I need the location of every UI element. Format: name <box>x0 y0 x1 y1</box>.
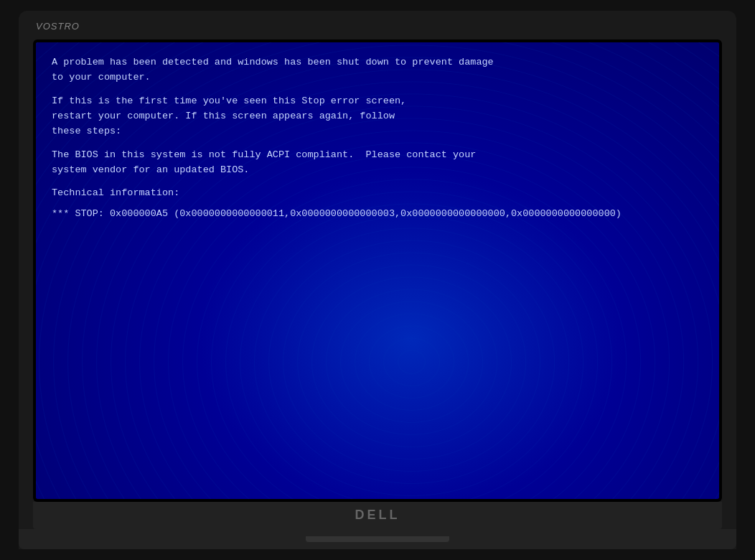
screen-bezel: A problem has been detected and windows … <box>33 39 722 502</box>
bsod-line3: The BIOS in this system is not fully ACP… <box>52 148 703 178</box>
bsod-line1: A problem has been detected and windows … <box>52 55 703 85</box>
laptop-base <box>19 529 736 549</box>
bsod-line5: *** STOP: 0x000000A5 (0x0000000000000011… <box>52 207 703 222</box>
bsod-screen: A problem has been detected and windows … <box>36 42 719 499</box>
laptop-brand-label: VOSTRO <box>36 21 80 32</box>
bsod-line4: Technical information: <box>52 186 703 201</box>
laptop-hinge <box>306 536 449 542</box>
dell-logo: DELL <box>355 508 400 523</box>
bsod-content: A problem has been detected and windows … <box>36 42 719 243</box>
screen-bottom-bar: DELL <box>33 502 722 529</box>
bsod-line2: If this is the first time you've seen th… <box>52 94 703 139</box>
laptop-outer: VOSTRO A problem has been detected and w… <box>19 11 736 549</box>
